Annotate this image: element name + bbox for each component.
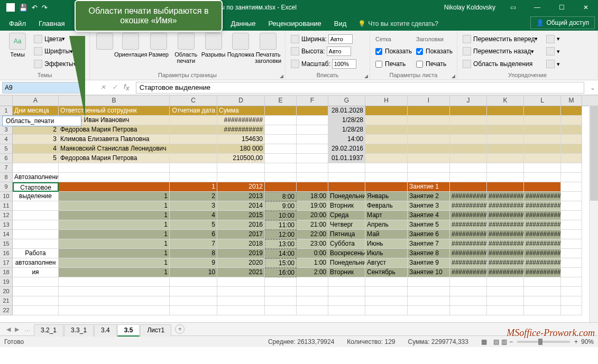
size-button[interactable]: Размер — [145, 32, 172, 71]
cell[interactable]: 2012 — [217, 182, 265, 192]
bring-forward[interactable]: Переместить вперед ▾ — [463, 33, 538, 45]
tab-file[interactable]: Файл — [3, 16, 32, 31]
cell[interactable] — [524, 287, 561, 296]
cell[interactable]: ия — [13, 268, 59, 277]
cell[interactable]: ########### — [217, 116, 265, 125]
cell[interactable] — [297, 125, 328, 135]
cell[interactable]: ########## — [487, 220, 524, 230]
view-layout-icon[interactable]: ▤ — [493, 338, 499, 346]
cell[interactable]: 14:00 — [328, 135, 365, 144]
cell[interactable] — [217, 163, 265, 173]
cell[interactable] — [450, 116, 487, 125]
cell[interactable]: 23:00 — [297, 239, 328, 249]
formula-input[interactable]: Стартовое выделение — [136, 82, 584, 94]
cell[interactable] — [561, 306, 582, 315]
cell[interactable]: ########## — [524, 268, 561, 277]
cell[interactable] — [487, 144, 524, 154]
cell[interactable]: 1 — [59, 211, 170, 220]
cell[interactable] — [265, 125, 297, 135]
cell[interactable] — [561, 125, 582, 135]
cell[interactable] — [524, 173, 561, 182]
cell[interactable] — [561, 116, 582, 125]
cell[interactable]: 2 — [170, 192, 217, 201]
ribbon-options-icon[interactable]: ▭ — [501, 0, 525, 15]
cell[interactable]: 1 — [59, 230, 170, 239]
cell[interactable] — [524, 306, 561, 315]
cell[interactable] — [408, 163, 450, 173]
vertical-scrollbar[interactable] — [589, 106, 598, 322]
cell[interactable] — [524, 277, 561, 287]
headings-show[interactable]: Показать — [416, 45, 453, 57]
cell[interactable]: 1 — [59, 239, 170, 249]
col-A[interactable]: A — [13, 96, 59, 106]
cell[interactable]: 5 — [13, 154, 59, 163]
cell[interactable]: 1 — [59, 220, 170, 230]
cell[interactable]: Отчетная дата — [170, 106, 217, 116]
cell[interactable]: ########## — [524, 230, 561, 239]
row-header-10[interactable]: 10 — [0, 192, 13, 201]
grid-show[interactable]: Показать — [375, 45, 412, 57]
cell[interactable] — [365, 277, 408, 287]
cell[interactable]: ########## — [524, 239, 561, 249]
cell[interactable]: Вторник — [328, 268, 365, 277]
row-6[interactable]: 65 Федорова Мария Петрова 210500,00 01.0… — [0, 154, 598, 163]
cell[interactable] — [59, 163, 170, 173]
cell[interactable] — [450, 287, 487, 296]
cell[interactable]: Занятие 9 — [408, 258, 450, 268]
cell[interactable]: Среда — [328, 211, 365, 220]
row-22[interactable]: 22 — [0, 306, 598, 315]
row-10[interactable]: 10выделение1 2 2013 8:00 18:00 Понедельн… — [0, 192, 598, 201]
cell[interactable]: ########## — [487, 201, 524, 211]
cell[interactable] — [365, 154, 408, 163]
cell[interactable] — [365, 173, 408, 182]
cell[interactable]: 1 — [59, 258, 170, 268]
row-header-11[interactable]: 11 — [0, 201, 13, 211]
scrollbar-thumb[interactable] — [590, 106, 598, 201]
cell[interactable]: Март — [365, 211, 408, 220]
cell[interactable]: Автозаполнение — [13, 173, 59, 182]
row-header-1[interactable]: 1 — [0, 106, 13, 116]
cell[interactable]: 9:00 — [265, 201, 297, 211]
add-sheet-button[interactable]: + — [175, 324, 185, 334]
col-K[interactable]: K — [487, 96, 524, 106]
scale-input[interactable] — [332, 59, 356, 69]
cell[interactable] — [561, 192, 582, 201]
cell[interactable]: Занятие 3 — [408, 201, 450, 211]
cell[interactable]: 9 — [170, 258, 217, 268]
cell[interactable] — [59, 296, 170, 306]
cell[interactable]: Четверг — [328, 220, 365, 230]
cell[interactable]: ########## — [487, 239, 524, 249]
cell[interactable] — [59, 306, 170, 315]
cell[interactable]: Федорова Мария Петрова — [59, 125, 170, 135]
cell[interactable] — [13, 306, 59, 315]
breaks-button[interactable]: Разрывы — [200, 32, 227, 71]
cell[interactable] — [524, 163, 561, 173]
cell[interactable] — [561, 296, 582, 306]
cell[interactable] — [13, 230, 59, 239]
cell[interactable]: Дни месяца — [13, 106, 59, 116]
orientation-button[interactable]: Ориентация — [116, 32, 145, 71]
cell[interactable]: Занятие 4 — [408, 211, 450, 220]
cell[interactable] — [408, 135, 450, 144]
cell[interactable] — [450, 173, 487, 182]
sheet-tab-3.3_1[interactable]: 3.3_1 — [64, 324, 94, 337]
cell[interactable]: ########## — [450, 258, 487, 268]
cell[interactable]: Занятие 7 — [408, 239, 450, 249]
cell[interactable] — [487, 182, 524, 192]
cell[interactable]: ########## — [487, 268, 524, 277]
cell[interactable]: 4 — [170, 211, 217, 220]
cell[interactable] — [265, 163, 297, 173]
cell[interactable] — [328, 296, 365, 306]
cell[interactable]: 19:00 — [297, 201, 328, 211]
cell[interactable] — [365, 144, 408, 154]
row-21[interactable]: 21 — [0, 296, 598, 306]
row-9[interactable]: 9Стартовое 1 2012 Занятие 1 — [0, 182, 598, 192]
cell[interactable] — [170, 154, 217, 163]
cell[interactable] — [170, 296, 217, 306]
cell[interactable] — [328, 182, 365, 192]
zoom-in[interactable]: + — [574, 338, 578, 346]
cell[interactable]: 11:00 — [265, 220, 297, 230]
col-E[interactable]: E — [265, 96, 297, 106]
sheet-launcher[interactable]: ◢ — [452, 73, 455, 79]
cell[interactable] — [487, 296, 524, 306]
